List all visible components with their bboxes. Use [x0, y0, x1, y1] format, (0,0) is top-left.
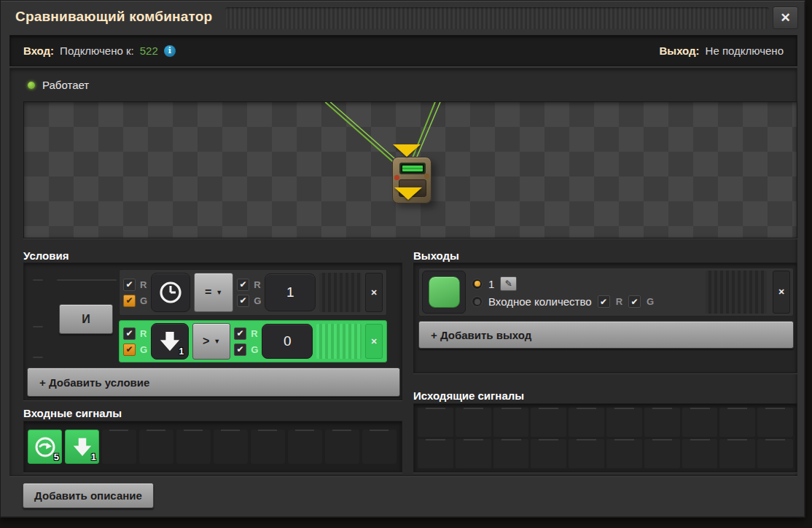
delete-condition-button[interactable]: ✕: [365, 273, 383, 312]
checkmark-icon: ✔: [125, 280, 133, 289]
edit-value-button[interactable]: ✎: [500, 276, 517, 291]
checkmark-icon: ✔: [631, 298, 638, 306]
red-wire-checkbox[interactable]: ✔: [234, 327, 246, 340]
green-color-signal-icon: [429, 276, 460, 308]
close-icon: ✕: [370, 337, 377, 346]
first-signal-button[interactable]: 1: [151, 323, 189, 360]
empty-signal-slot: [362, 430, 397, 464]
close-icon: ✕: [780, 11, 790, 25]
empty-signal-slot: [644, 439, 680, 468]
output-signal-button[interactable]: [422, 271, 466, 314]
connection-bar: Вход: Подключено к: 522 i Выход: Не подк…: [9, 35, 797, 66]
empty-signal-slot: [456, 439, 491, 468]
red-wire-checkbox[interactable]: ✔: [237, 279, 249, 291]
input-signal-slot[interactable]: 1: [65, 430, 99, 464]
empty-signal-slot: [719, 408, 755, 437]
add-condition-button[interactable]: + Добавить условие: [27, 368, 400, 397]
green-wire-checkbox[interactable]: ✔: [123, 343, 136, 356]
output-connection: Выход: Не подключено: [659, 44, 784, 57]
empty-signal-slot: [682, 439, 718, 468]
input-signals-title: Входные сигналы: [23, 407, 122, 419]
add-output-label: + Добавить выход: [431, 329, 531, 341]
delete-condition-button[interactable]: ✕: [365, 324, 383, 359]
empty-signal-slot: [757, 439, 793, 468]
outgoing-signals-grid: [413, 403, 797, 473]
empty-signal-slot: [288, 430, 322, 464]
input-count-radio[interactable]: [472, 296, 483, 307]
row-drag-grip[interactable]: [319, 273, 362, 312]
comparator-dropdown[interactable]: = ▼: [194, 273, 233, 312]
status-row: Работает: [28, 79, 89, 91]
clock-icon: [157, 279, 184, 306]
empty-signal-slot: [418, 439, 453, 468]
green-wire-label: G: [251, 344, 258, 355]
row-drag-grip[interactable]: [706, 271, 767, 314]
checkmark-icon: ✔: [240, 296, 247, 305]
down-arrow-icon: [72, 437, 93, 457]
output-row: 1 ✎ Входное количество ✔ R ✔ G ✕: [418, 268, 794, 317]
add-description-button[interactable]: Добавить описание: [23, 483, 154, 508]
output-arrow-icon: [394, 187, 422, 200]
decider-combinator-window: Сравнивающий комбинатор ✕ Вход: Подключе…: [0, 0, 805, 518]
drag-handle[interactable]: [225, 7, 769, 29]
delete-output-button[interactable]: ✕: [773, 271, 790, 314]
green-wire-label: G: [140, 295, 147, 306]
checkmark-icon: ✔: [240, 280, 247, 289]
empty-signal-slot: [757, 408, 793, 437]
green-wire-checkbox[interactable]: ✔: [628, 295, 641, 308]
green-wire-checkbox[interactable]: ✔: [237, 295, 249, 307]
empty-signal-slot: [531, 439, 566, 468]
red-wire-checkbox[interactable]: ✔: [598, 295, 610, 308]
checkmark-icon: ✔: [237, 345, 244, 354]
add-output-button[interactable]: + Добавить выход: [418, 321, 794, 349]
red-wire-checkbox[interactable]: ✔: [123, 327, 136, 340]
constant-value: 1: [286, 284, 294, 300]
input-signal-slot[interactable]: 5: [28, 430, 62, 464]
red-wire-label: R: [140, 279, 147, 290]
status-text: Работает: [42, 79, 89, 91]
add-condition-label: + Добавить условие: [39, 376, 149, 389]
first-signal-button[interactable]: [151, 273, 190, 312]
close-icon: ✕: [370, 288, 377, 298]
row-drag-grip[interactable]: [316, 324, 362, 359]
pencil-icon: ✎: [505, 279, 512, 289]
signal-quality-badge: 1: [179, 346, 184, 357]
combinator-lamp: [424, 174, 429, 179]
red-wire-checkbox[interactable]: ✔: [123, 279, 136, 291]
checkmark-icon: ✔: [237, 329, 244, 338]
green-wire-checkbox[interactable]: ✔: [234, 343, 246, 356]
input-connection-count: 522: [140, 44, 158, 57]
combinator-screen: [399, 163, 426, 174]
checkmark-icon: ✔: [125, 345, 133, 354]
combinator-lamp: [394, 175, 399, 180]
comparator-value: =: [205, 286, 211, 299]
close-button[interactable]: ✕: [773, 7, 798, 29]
checkmark-icon: ✔: [600, 298, 607, 306]
signal-count: 5: [54, 451, 59, 462]
empty-signal-slot: [456, 408, 491, 437]
titlebar: Сравнивающий комбинатор ✕: [1, 1, 805, 34]
comparator-dropdown[interactable]: > ▼: [192, 323, 230, 360]
empty-signal-slot: [418, 408, 453, 437]
empty-signal-slot: [682, 408, 718, 437]
condition-row-2-active: ✔ R ✔ G 1 > ▼: [119, 320, 387, 362]
window-title: Сравнивающий комбинатор: [15, 9, 212, 25]
and-or-toggle-button[interactable]: И: [59, 304, 113, 334]
empty-signal-slot: [493, 439, 529, 468]
output-value: 1: [488, 278, 494, 290]
red-wire-label: R: [616, 296, 622, 307]
constant-value-button[interactable]: 1: [265, 273, 316, 311]
and-label: И: [82, 313, 90, 326]
caret-down-icon: ▼: [216, 289, 222, 296]
checkmark-icon: ✔: [125, 329, 133, 338]
empty-signal-slot: [644, 408, 680, 437]
entity-preview[interactable]: [23, 101, 797, 238]
outgoing-signals-title: Исходящие сигналы: [413, 389, 524, 402]
constant-value-button[interactable]: 0: [262, 324, 313, 359]
info-icon[interactable]: i: [164, 45, 176, 57]
checkmark-icon: ✔: [125, 296, 133, 305]
input-count-label: Входное количество: [488, 295, 592, 308]
constant-value-radio[interactable]: [472, 279, 483, 290]
green-wire-checkbox[interactable]: ✔: [123, 295, 136, 307]
input-text: Подключено к:: [60, 44, 134, 57]
